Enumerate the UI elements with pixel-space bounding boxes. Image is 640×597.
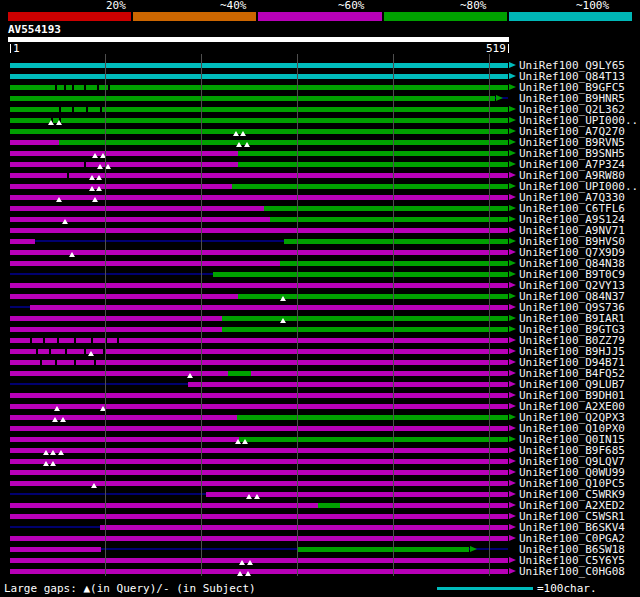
gridline — [105, 54, 106, 576]
alignment-segment[interactable] — [232, 184, 508, 189]
alignment-segment[interactable] — [30, 305, 508, 310]
legend: Large gaps: ▲(in Query)/- (in Subject) =… — [0, 580, 640, 596]
gap-triangle-icon — [50, 461, 56, 466]
hit-arrow-icon — [509, 491, 516, 497]
gap-tick — [117, 338, 119, 343]
alignment-segment[interactable] — [10, 536, 508, 541]
query-name: AV554193 — [8, 23, 61, 36]
alignment-segment[interactable] — [10, 338, 508, 343]
alignment-segment[interactable] — [10, 404, 508, 409]
gap-triangle-icon — [52, 417, 58, 422]
alignment-segment[interactable] — [10, 162, 238, 167]
alignment-segment[interactable] — [188, 382, 509, 387]
hit-arrow-icon — [509, 84, 516, 90]
alignment-segment[interactable] — [222, 316, 508, 321]
hit-arrow-icon — [509, 238, 516, 244]
identity-scale-segment — [509, 12, 632, 21]
hit-arrow-icon — [509, 205, 516, 211]
alignment-segment[interactable] — [10, 415, 238, 420]
hit-arrow-icon — [509, 326, 516, 332]
alignment-segment[interactable] — [10, 294, 238, 299]
alignment-segment[interactable] — [10, 107, 508, 112]
hit-arrow-icon — [509, 271, 516, 277]
identity-scale-label: ~40% — [220, 0, 247, 11]
gap-tick — [94, 360, 96, 365]
alignment-segment[interactable] — [10, 195, 508, 200]
alignment-segment[interactable] — [10, 426, 508, 431]
alignment-segment[interactable] — [228, 371, 252, 376]
alignment-segment[interactable] — [10, 261, 281, 266]
alignment-segment[interactable] — [100, 525, 508, 530]
gap-tick — [49, 349, 51, 354]
query-bar — [8, 37, 509, 42]
alignment-segment[interactable] — [238, 151, 509, 156]
gap-triangle-icon — [88, 351, 94, 356]
alignment-segment[interactable] — [10, 316, 223, 321]
hit-arrow-icon — [509, 62, 516, 68]
alignment-segment[interactable] — [10, 503, 319, 508]
alignment-segment[interactable] — [284, 239, 509, 244]
alignment-segment[interactable] — [10, 250, 508, 255]
alignment-segment[interactable] — [10, 184, 233, 189]
alignment-segment[interactable] — [10, 173, 508, 178]
hit-arrow-icon — [496, 95, 503, 101]
alignment-segment[interactable] — [213, 272, 509, 277]
gap-triangle-icon — [54, 406, 60, 411]
gap-tick — [84, 85, 86, 90]
alignment-segment[interactable] — [10, 129, 508, 134]
identity-scale-label: ~100% — [576, 0, 609, 11]
alignment-segment[interactable] — [340, 503, 508, 508]
alignment-segment[interactable] — [10, 481, 508, 486]
alignment-segment[interactable] — [239, 437, 508, 442]
gap-triangle-icon — [187, 373, 193, 378]
alignment-segment[interactable] — [10, 228, 508, 233]
legend-scale-text: =100char. — [537, 582, 597, 595]
gap-tick — [55, 85, 57, 90]
alignment-segment[interactable] — [10, 96, 495, 101]
alignment-segment[interactable] — [10, 393, 508, 398]
gap-tick — [72, 107, 74, 112]
alignment-segment[interactable] — [270, 217, 508, 222]
hit-arrow-icon — [509, 524, 516, 530]
alignment-segment[interactable] — [10, 371, 229, 376]
alignment-segment[interactable] — [59, 140, 508, 145]
alignment-segment[interactable] — [238, 162, 509, 167]
alignment-segment[interactable] — [10, 140, 60, 145]
alignment-segment[interactable] — [222, 327, 508, 332]
alignment-segment[interactable] — [10, 217, 271, 222]
alignment-segment[interactable] — [238, 294, 509, 299]
alignment-segment[interactable] — [10, 118, 508, 123]
alignment-segment[interactable] — [237, 415, 509, 420]
gap-triangle-icon — [237, 571, 243, 576]
alignment-segment[interactable] — [251, 371, 508, 376]
hit-arrow-icon — [509, 414, 516, 420]
hit-arrow-icon — [509, 150, 516, 156]
alignment-segment[interactable] — [10, 360, 508, 365]
alignment-segment[interactable] — [10, 206, 265, 211]
alignment-segment[interactable] — [318, 503, 341, 508]
ruler-tick — [10, 44, 11, 53]
alignment-segment[interactable] — [10, 514, 508, 519]
alignment-segment[interactable] — [10, 470, 508, 475]
gridline — [201, 54, 202, 576]
alignment-segment[interactable] — [10, 239, 35, 244]
alignment-segment[interactable] — [10, 547, 101, 552]
gap-triangle-icon — [236, 142, 242, 147]
alignment-segment[interactable] — [10, 63, 508, 68]
alignment-segment[interactable] — [10, 74, 508, 79]
alignment-segment[interactable] — [10, 569, 508, 574]
hit-label[interactable]: UniRef100_C0HG08 — [519, 566, 625, 577]
gap-triangle-icon — [91, 483, 97, 488]
alignment-segment[interactable] — [10, 151, 238, 156]
alignment-segment[interactable] — [10, 283, 508, 288]
alignment-segment[interactable] — [10, 327, 223, 332]
plot-area: 1 519 UniRef100_Q9LY65UniRef100_Q84T13Un… — [0, 44, 640, 578]
alignment-segment[interactable] — [297, 547, 469, 552]
alignment-segment[interactable] — [10, 459, 508, 464]
alignment-segment[interactable] — [10, 437, 240, 442]
alignment-row[interactable]: UniRef100_C0HG08 — [0, 566, 640, 577]
alignment-segment[interactable] — [10, 448, 508, 453]
alignment-segment[interactable] — [264, 206, 508, 211]
alignment-segment[interactable] — [10, 558, 508, 563]
gap-tick — [72, 85, 74, 90]
